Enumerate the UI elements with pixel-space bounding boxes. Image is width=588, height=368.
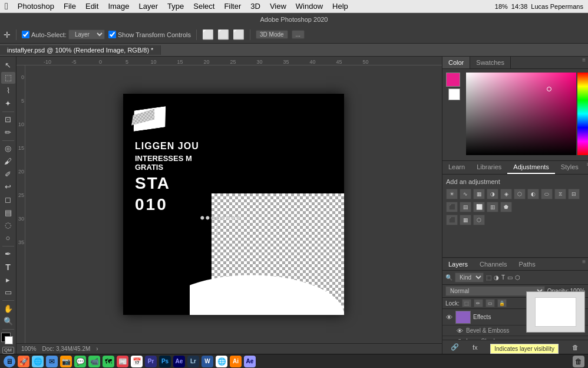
- posterize-icon[interactable]: ▤: [460, 202, 471, 212]
- apple-menu[interactable]: : [0, 1, 13, 12]
- tab-learn[interactable]: Learn: [442, 161, 471, 174]
- dock-launchpad[interactable]: 🚀: [18, 356, 29, 367]
- color-panel-collapse[interactable]: ≡: [580, 57, 588, 68]
- delete-layer-btn[interactable]: 🗑: [569, 342, 582, 353]
- exposure-icon[interactable]: ◑: [487, 189, 498, 199]
- eraser-tool[interactable]: ◻: [1, 193, 15, 206]
- pen-tool[interactable]: ✒: [1, 248, 15, 261]
- dock-calendar[interactable]: 📅: [131, 356, 143, 367]
- tab-adjustments[interactable]: Adjustments: [507, 161, 555, 174]
- dock-ae[interactable]: Ae: [173, 356, 185, 367]
- tab-layers[interactable]: Layers: [442, 258, 474, 270]
- bw-icon[interactable]: ◐: [527, 189, 539, 199]
- layer-fx-btn[interactable]: fx: [468, 342, 481, 353]
- menu-filter[interactable]: Filter: [219, 2, 246, 11]
- lasso-tool[interactable]: ⌇: [1, 84, 15, 97]
- auto-select-option[interactable]: Auto-Select: LayerGroup: [22, 29, 105, 40]
- layer-visibility-bevel[interactable]: 👁: [455, 327, 464, 335]
- color-gradient-area[interactable]: [466, 73, 584, 155]
- lock-all-btn[interactable]: 🔒: [497, 299, 507, 307]
- canvas-viewport[interactable]: LIGGEN JOU INTERESSES M GRATIS STA 010: [25, 65, 442, 343]
- shape-tool[interactable]: ▭: [1, 286, 15, 298]
- layer-visibility-effects[interactable]: 👁: [445, 313, 453, 321]
- crop-tool[interactable]: ⊡: [1, 113, 15, 126]
- eyedropper-tool[interactable]: ✏: [1, 126, 15, 139]
- pattern-icon[interactable]: ⬡: [473, 215, 485, 225]
- vibrance-icon[interactable]: ◈: [500, 189, 512, 199]
- menu-file[interactable]: File: [59, 2, 81, 11]
- selective-color-icon[interactable]: ⬟: [500, 202, 512, 212]
- kind-dropdown[interactable]: Kind: [455, 272, 484, 282]
- menu-type[interactable]: Type: [163, 2, 189, 11]
- filter-icon-shape[interactable]: ▭: [507, 274, 513, 281]
- dock-chrome[interactable]: 🌐: [216, 356, 227, 367]
- hsl-icon[interactable]: ⬡: [514, 189, 526, 199]
- lock-position-btn[interactable]: ✏: [474, 299, 483, 307]
- tab-swatches[interactable]: Swatches: [470, 57, 511, 68]
- path-select-tool[interactable]: ▸: [1, 274, 15, 286]
- more-options-btn[interactable]: ...: [292, 30, 305, 39]
- menu-layer[interactable]: Layer: [134, 2, 163, 11]
- invert-icon[interactable]: ⬛: [446, 202, 458, 212]
- hand-tool[interactable]: ✋: [1, 303, 15, 315]
- align-icon-left[interactable]: ⬜: [202, 29, 214, 40]
- auto-select-dropdown[interactable]: LayerGroup: [68, 29, 105, 40]
- show-transform-option[interactable]: Show Transform Controls: [108, 31, 191, 38]
- quick-mask-btn[interactable]: QM: [2, 347, 14, 354]
- dock-mail[interactable]: ✉: [46, 356, 58, 367]
- dodge-tool[interactable]: ○: [1, 232, 15, 244]
- menu-window[interactable]: Window: [291, 2, 328, 11]
- lock-artboard-btn[interactable]: ▭: [485, 299, 495, 307]
- tab-styles[interactable]: Styles: [555, 161, 584, 174]
- dock-photos[interactable]: 📷: [60, 356, 72, 367]
- dock-facetime[interactable]: 📹: [88, 356, 100, 367]
- brightness-icon[interactable]: ☀: [446, 189, 458, 199]
- background-swatch[interactable]: [448, 88, 460, 100]
- menu-view[interactable]: View: [265, 2, 291, 11]
- auto-select-checkbox[interactable]: [22, 31, 29, 38]
- filter-icon-smart[interactable]: ⬡: [515, 274, 520, 281]
- dock-news[interactable]: 📰: [117, 356, 128, 367]
- solid-color-icon[interactable]: ⬛: [446, 215, 458, 225]
- adj-panel-collapse[interactable]: ≡: [584, 161, 588, 174]
- spectrum-bar[interactable]: [584, 73, 588, 155]
- doc-tab-active[interactable]: instaflyer.psd @ 100% (Rendered Image, R…: [0, 45, 161, 55]
- dock-finder[interactable]: 🖥: [4, 356, 15, 367]
- dock-ae2[interactable]: Ae: [244, 356, 256, 367]
- gradient-fill-icon[interactable]: ▦: [460, 215, 471, 225]
- selection-tool[interactable]: ⬚: [1, 72, 15, 84]
- spot-heal-tool[interactable]: ◎: [1, 143, 15, 155]
- clone-stamp-tool[interactable]: ✐: [1, 168, 15, 180]
- hue-slider[interactable]: [577, 73, 584, 155]
- foreground-swatch[interactable]: [446, 73, 460, 87]
- dock-trash[interactable]: 🗑: [573, 356, 584, 367]
- threshold-icon[interactable]: ⬜: [473, 202, 485, 212]
- text-tool[interactable]: T: [1, 261, 15, 273]
- brush-tool[interactable]: 🖌: [1, 155, 15, 167]
- dock-ai[interactable]: Ai: [230, 356, 242, 367]
- menu-3d[interactable]: 3D: [246, 2, 265, 11]
- color-swatches[interactable]: [1, 333, 15, 345]
- menu-photoshop[interactable]: Photoshop: [13, 2, 59, 11]
- channel-mixer-icon[interactable]: ⧖: [554, 189, 566, 199]
- align-icon-right[interactable]: ⬜: [233, 29, 245, 40]
- menu-edit[interactable]: Edit: [81, 2, 103, 11]
- curves-icon[interactable]: ∿: [460, 189, 471, 199]
- move-tool-icon[interactable]: ✛: [4, 30, 11, 40]
- menu-image[interactable]: Image: [103, 2, 134, 11]
- filter-icon-adjust[interactable]: ◑: [494, 274, 499, 281]
- zoom-tool[interactable]: 🔍: [1, 316, 15, 328]
- history-brush-tool[interactable]: ↩: [1, 180, 15, 193]
- dock-messages[interactable]: 💬: [74, 356, 86, 367]
- align-icon-center[interactable]: ⬜: [217, 29, 229, 40]
- menu-help[interactable]: Help: [328, 2, 353, 11]
- tab-color[interactable]: Color: [442, 57, 470, 68]
- dock-lr[interactable]: Lr: [187, 356, 199, 367]
- dock-word[interactable]: W: [201, 356, 213, 367]
- filter-icon-type[interactable]: T: [501, 274, 505, 281]
- dock-premiere[interactable]: Pr: [145, 356, 157, 367]
- show-transform-checkbox[interactable]: [108, 31, 116, 38]
- color-lookup-icon[interactable]: ⊟: [568, 189, 580, 199]
- dock-maps[interactable]: 🗺: [103, 356, 114, 367]
- blur-tool[interactable]: ◌: [1, 219, 15, 231]
